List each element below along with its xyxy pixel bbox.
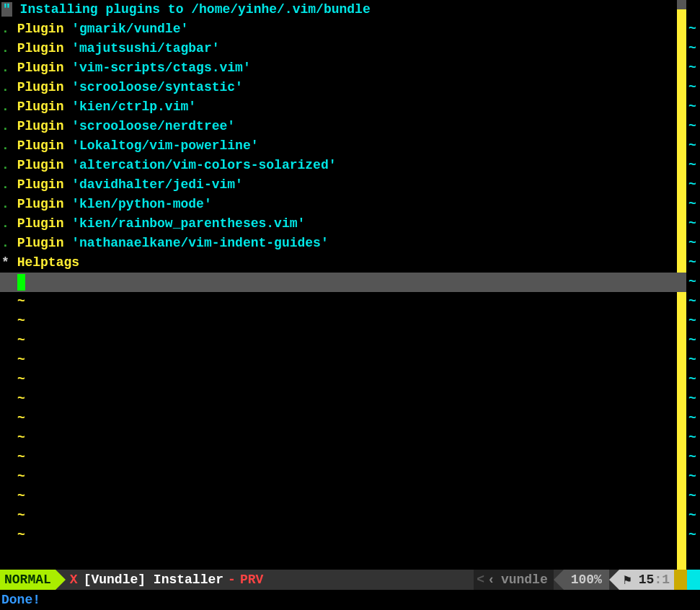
separator-angle-icon: ‹ bbox=[487, 573, 495, 587]
statusline-right-dark: < ‹ vundle bbox=[474, 570, 553, 590]
right-empty-line: ~ bbox=[686, 506, 700, 526]
right-empty-line: ~ bbox=[686, 175, 700, 195]
right-empty-line: ~ bbox=[686, 97, 700, 117]
right-empty-line: ~ bbox=[686, 350, 700, 370]
plugin-line: . Plugin 'nathanaelkane/vim-indent-guide… bbox=[0, 234, 677, 253]
plugin-line: . Plugin 'kien/rainbow_parentheses.vim' bbox=[0, 214, 677, 234]
right-empty-line: ~ bbox=[686, 273, 700, 292]
statusline-position-section: ⚑ 15:1 bbox=[619, 570, 674, 590]
plugin-line: . Plugin 'altercation/vim-colors-solariz… bbox=[0, 156, 677, 175]
separator-arrow-icon bbox=[609, 570, 619, 590]
empty-line: ~ bbox=[0, 448, 677, 467]
empty-line: ~ bbox=[0, 292, 677, 311]
empty-line: ~ bbox=[0, 409, 677, 428]
statusline: NORMAL X [Vundle] Installer - PRV < ‹ vu… bbox=[0, 570, 700, 590]
right-empty-line: ~ bbox=[686, 428, 700, 448]
right-empty-line: ~ bbox=[686, 19, 700, 39]
header-text: Installing plugins to /home/yinhe/.vim/b… bbox=[12, 2, 371, 17]
right-empty-line: ~ bbox=[686, 214, 700, 234]
empty-line: ~ bbox=[0, 389, 677, 409]
right-empty-line: ~ bbox=[686, 389, 700, 409]
right-empty-line: ~ bbox=[686, 136, 700, 156]
right-empty-line: ~ bbox=[686, 311, 700, 331]
right-empty-line: ~ bbox=[686, 487, 700, 506]
plugin-line: . Plugin 'scrooloose/nerdtree' bbox=[0, 117, 677, 136]
right-empty-line: ~ bbox=[686, 292, 700, 311]
right-empty-line bbox=[686, 0, 700, 19]
command-line[interactable]: Done! bbox=[0, 590, 700, 610]
right-empty-line: ~ bbox=[686, 195, 700, 214]
buffer-name: [Vundle] Installer bbox=[78, 573, 223, 587]
right-empty-line: ~ bbox=[686, 156, 700, 175]
right-empty-line: ~ bbox=[686, 331, 700, 350]
mode-indicator: NORMAL bbox=[0, 570, 56, 590]
plugin-line: . Plugin 'Lokaltog/vim-powerline' bbox=[0, 136, 677, 156]
helptags-line: * Helptags bbox=[0, 253, 677, 273]
right-empty-line: ~ bbox=[686, 117, 700, 136]
plugin-line: . Plugin 'gmarik/vundle' bbox=[0, 19, 677, 39]
plugin-line: . Plugin 'vim-scripts/ctags.vim' bbox=[0, 58, 677, 78]
statusline-percent-section: 100% bbox=[564, 570, 609, 590]
empty-line: ~ bbox=[0, 526, 677, 545]
empty-line: ~ bbox=[0, 487, 677, 506]
preview-flag: PRV bbox=[240, 573, 263, 587]
plugin-line: . Plugin 'kien/ctrlp.vim' bbox=[0, 97, 677, 117]
empty-line: ~ bbox=[0, 331, 677, 350]
editor-area[interactable]: " Installing plugins to /home/yinhe/.vim… bbox=[0, 0, 700, 570]
right-empty-line: ~ bbox=[686, 58, 700, 78]
split-cursor-marker bbox=[677, 273, 686, 292]
right-empty-line: ~ bbox=[686, 253, 700, 273]
right-empty-line: ~ bbox=[686, 409, 700, 428]
empty-line: ~ bbox=[0, 370, 677, 389]
col-number: :1 bbox=[654, 573, 670, 587]
separator-dash: - bbox=[223, 573, 240, 587]
right-empty-line: ~ bbox=[686, 78, 700, 97]
syntastic-error-icon: X bbox=[66, 573, 78, 587]
main-pane[interactable]: " Installing plugins to /home/yinhe/.vim… bbox=[0, 0, 677, 570]
separator-arrow-icon bbox=[554, 570, 564, 590]
right-empty-line: ~ bbox=[686, 39, 700, 58]
empty-line: ~ bbox=[0, 428, 677, 448]
quote-mark: " bbox=[1, 2, 12, 17]
empty-line: ~ bbox=[0, 467, 677, 487]
statusline-end-block bbox=[674, 570, 687, 590]
empty-line: ~ bbox=[0, 506, 677, 526]
filetype-indicator: vundle bbox=[495, 573, 554, 587]
right-split-pane[interactable]: ~ ~ ~ ~ ~ ~ ~ ~ ~ ~ ~ ~ ~ ~ ~ ~ ~ ~ ~ ~ … bbox=[677, 0, 700, 570]
line-number: 15 bbox=[639, 573, 655, 587]
empty-line: ~ bbox=[0, 350, 677, 370]
cursor-line bbox=[0, 273, 677, 292]
right-empty-line: ~ bbox=[686, 448, 700, 467]
right-empty-line: ~ bbox=[686, 526, 700, 545]
split-top-marker bbox=[677, 0, 686, 9]
right-empty-line: ~ bbox=[686, 234, 700, 253]
statusline-inactive-block bbox=[687, 570, 700, 590]
plugin-line: . Plugin 'majutsushi/tagbar' bbox=[0, 39, 677, 58]
plugin-line: . Plugin 'scrooloose/syntastic' bbox=[0, 78, 677, 97]
plugin-line: . Plugin 'davidhalter/jedi-vim' bbox=[0, 175, 677, 195]
empty-line: ~ bbox=[0, 311, 677, 331]
flag-icon: ⚑ bbox=[624, 572, 639, 588]
separator-arrow-icon bbox=[56, 570, 66, 590]
cursor-block bbox=[17, 274, 25, 291]
right-empty-line: ~ bbox=[686, 467, 700, 487]
separator-angle-icon: < bbox=[474, 573, 487, 587]
right-empty-line: ~ bbox=[686, 370, 700, 389]
plugin-line: . Plugin 'klen/python-mode' bbox=[0, 195, 677, 214]
header-line: " Installing plugins to /home/yinhe/.vim… bbox=[0, 0, 677, 19]
scroll-percent: 100% bbox=[564, 573, 609, 587]
